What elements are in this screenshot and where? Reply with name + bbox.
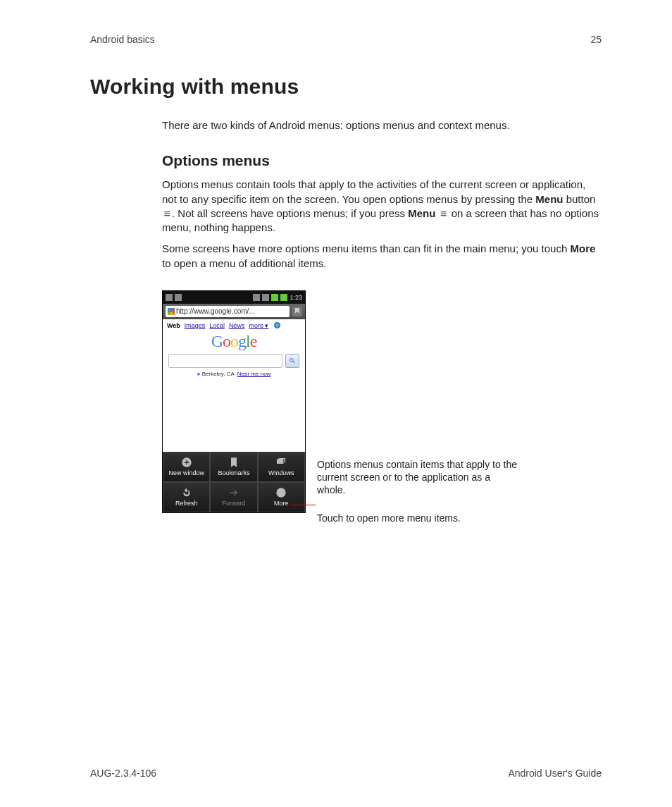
intro-text: There are two kinds of Android menus: op… xyxy=(162,118,602,133)
paragraph-2: Some screens have more options menu item… xyxy=(162,242,602,271)
mail-icon xyxy=(166,294,173,301)
more-circle-icon xyxy=(275,487,287,498)
menu-icon: ≡ xyxy=(439,207,449,221)
status-bar: 1:23 xyxy=(163,291,305,304)
vibrate-icon xyxy=(262,294,269,301)
globe-icon xyxy=(274,322,280,328)
sync-icon xyxy=(253,294,260,301)
header-page-number: 25 xyxy=(590,34,602,45)
search-input[interactable] xyxy=(168,354,282,368)
plus-circle-icon xyxy=(181,457,192,468)
menu-more[interactable]: More xyxy=(258,482,305,512)
url-field[interactable]: http://www.google.com/... xyxy=(166,306,290,317)
refresh-icon xyxy=(181,487,192,498)
callout-line xyxy=(290,505,316,505)
subheading-options-menus: Options menus xyxy=(162,152,602,169)
menu-forward[interactable]: Forward xyxy=(210,482,257,512)
google-tabs: Web Images Local News more ▾ xyxy=(163,319,305,331)
menu-refresh[interactable]: Refresh xyxy=(163,482,210,512)
near-me-link[interactable]: Near me now xyxy=(237,371,271,377)
menu-new-window[interactable]: New window xyxy=(163,452,210,482)
bookmark-icon xyxy=(228,457,239,468)
address-bar: http://www.google.com/... xyxy=(163,304,305,319)
menu-label: Menu xyxy=(408,207,435,219)
signal-icon xyxy=(271,294,278,301)
menu-bookmarks[interactable]: Bookmarks xyxy=(210,452,257,482)
windows-icon xyxy=(275,457,287,468)
annotation-options-menu: Options menus contain items that apply t… xyxy=(317,458,521,497)
bookmark-icon[interactable] xyxy=(292,307,302,316)
google-logo: Google xyxy=(163,331,305,354)
tab-more[interactable]: more ▾ xyxy=(249,322,268,329)
clock: 1:23 xyxy=(290,294,302,301)
notification-icon xyxy=(175,294,182,301)
more-label: More xyxy=(570,242,595,254)
options-menu: New window Bookmarks Windows Refresh xyxy=(163,452,305,512)
footer-guide-title: Android User's Guide xyxy=(508,768,602,779)
annotation-more: Touch to open more menu items. xyxy=(317,512,521,524)
battery-icon xyxy=(280,294,287,301)
search-button[interactable] xyxy=(285,354,299,368)
search-icon xyxy=(289,357,296,364)
page-title: Working with menus xyxy=(90,75,602,99)
favicon-icon xyxy=(168,308,175,315)
phone-screenshot: 1:23 http://www.google.com/... Web Image… xyxy=(162,290,306,513)
menu-windows[interactable]: Windows xyxy=(258,452,305,482)
tab-images[interactable]: Images xyxy=(185,322,206,329)
tab-web[interactable]: Web xyxy=(167,322,180,329)
tab-news[interactable]: News xyxy=(229,322,245,329)
forward-arrow-icon xyxy=(228,487,239,498)
menu-label: Menu xyxy=(535,193,563,205)
location-row: ● Berkeley, CA Near me now xyxy=(163,371,305,381)
menu-icon: ≡ xyxy=(162,207,172,221)
footer-doc-id: AUG-2.3.4-106 xyxy=(90,768,156,779)
header-section: Android basics xyxy=(90,34,155,45)
tab-local[interactable]: Local xyxy=(209,322,225,329)
paragraph-1: Options menus contain tools that apply t… xyxy=(162,178,602,235)
